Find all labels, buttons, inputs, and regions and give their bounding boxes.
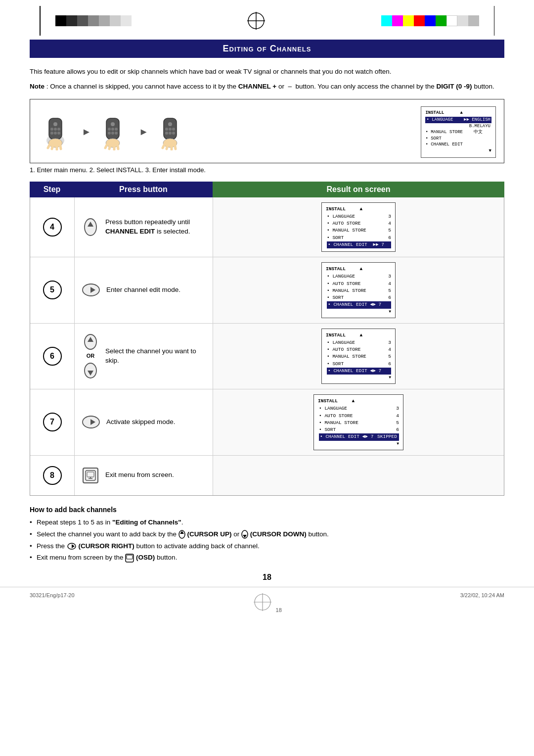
left-color-swatches [55, 15, 132, 26]
step-num-7: 7 [30, 389, 75, 455]
svg-point-37 [172, 132, 175, 135]
step-8-desc: Exit menu from screen. [105, 471, 174, 480]
remote-hand-2 [95, 113, 135, 150]
list-item: Press the (CURSOR RIGHT) button to activ… [30, 541, 504, 552]
result-menu-4: INSTALL ▲ • LANGUAGE 3 • AUTO STORE 4 • … [321, 202, 396, 252]
list-item: Repeat steps 1 to 5 as in "Editing of Ch… [30, 518, 504, 528]
svg-point-8 [57, 128, 60, 131]
cursor-down-btn-6 [82, 362, 99, 379]
svg-point-24 [115, 132, 118, 135]
svg-point-11 [57, 132, 60, 135]
page-number: 18 [30, 573, 504, 582]
svg-point-43 [85, 219, 96, 236]
svg-point-21 [115, 128, 118, 131]
step-num-8: 8 [30, 456, 75, 495]
step-result-8 [213, 456, 504, 495]
svg-line-27 [109, 143, 111, 149]
install-caption: 1. Enter main menu. 2. Select INSTALL. 3… [30, 166, 504, 174]
remote-hand-3 [153, 113, 192, 150]
svg-marker-58 [180, 531, 184, 534]
footer-right: 3/22/02, 10:24 AM [460, 592, 504, 613]
table-row: 6 OR [30, 324, 504, 390]
intro-paragraph: This feature allows you to edit or skip … [30, 67, 504, 77]
cursor-right-button [82, 283, 100, 297]
result-menu-5: INSTALL ▲ • LANGUAGE 3 • AUTO STORE 4 • … [321, 262, 396, 318]
or-label: OR [87, 352, 95, 360]
step-6-desc: Select the channel you want to skip. [105, 347, 206, 366]
svg-point-36 [169, 132, 172, 135]
table-row: 7 Activate skipped mode. INSTALL ▲ • LAN… [30, 389, 504, 456]
svg-point-10 [54, 132, 57, 135]
svg-point-31 [168, 122, 172, 126]
svg-point-22 [108, 132, 111, 135]
svg-line-39 [163, 143, 165, 148]
right-reg-line [494, 6, 495, 36]
step-result-5: INSTALL ▲ • LANGUAGE 3 • AUTO STORE 4 • … [213, 257, 504, 323]
svg-point-18 [111, 122, 115, 126]
svg-line-14 [52, 143, 53, 149]
svg-line-40 [167, 143, 168, 149]
result-menu-7: INSTALL ▲ • LANGUAGE 3 • AUTO STORE 4 • … [313, 394, 403, 450]
step-press-7: Activate skipped mode. [75, 389, 213, 455]
svg-marker-60 [243, 535, 247, 538]
svg-point-33 [169, 128, 172, 131]
step-num-5: 5 [30, 257, 75, 323]
osd-button [82, 468, 99, 483]
list-item: Exit menu from screen by the (OSD) butto… [30, 553, 504, 563]
step-press-6: OR Select the channel you want to skip. [75, 324, 213, 389]
col-result: Result on screen [213, 182, 504, 197]
svg-point-20 [111, 128, 114, 131]
step-num-6: 6 [30, 324, 75, 389]
cursor-up-btn-6 [82, 333, 99, 350]
step-arrow-2: ► [139, 126, 149, 138]
how-to-list: Repeat steps 1 to 5 as in "Editing of Ch… [30, 518, 504, 564]
right-color-swatches [381, 15, 479, 26]
step-num-4: 4 [30, 197, 75, 257]
step-press-4: Press button repeatedly until CHANNEL ED… [75, 197, 213, 257]
how-to-section: How to add back channels Repeat steps 1 … [30, 506, 504, 564]
step-arrow-1: ► [82, 126, 91, 138]
svg-line-16 [60, 143, 61, 149]
left-reg-line [40, 6, 41, 36]
svg-line-26 [105, 143, 108, 148]
install-menu-preview: INSTALL ▲ • LANGUAGE ►► ENGLISH B.MELAYU… [421, 106, 496, 158]
table-row: 5 Enter channel edit mode. INSTALL ▲ • L… [30, 257, 504, 324]
color-bars [0, 0, 534, 40]
step-result-4: INSTALL ▲ • LANGUAGE 3 • AUTO STORE 4 • … [213, 197, 504, 257]
footer-left: 30321/Eng/p17-20 [30, 592, 75, 613]
svg-point-23 [111, 132, 114, 135]
step-rows-container: 4 Press button repeatedly until CHANNEL … [30, 197, 504, 496]
table-header: Step Press button Result on screen [30, 182, 504, 197]
step-4-desc: Press button repeatedly until CHANNEL ED… [105, 218, 206, 236]
svg-line-29 [117, 143, 118, 149]
step-7-desc: Activate skipped mode. [106, 418, 176, 427]
step-5-desc: Enter channel edit mode. [106, 285, 180, 295]
step-result-7: INSTALL ▲ • LANGUAGE 3 • AUTO STORE 4 • … [213, 389, 504, 455]
svg-point-34 [172, 128, 175, 131]
svg-line-42 [175, 143, 176, 149]
footer: 30321/Eng/p17-20 18 3/22/02, 10:24 AM [0, 587, 534, 618]
step-press-5: Enter channel edit mode. [75, 257, 213, 323]
svg-point-9 [50, 132, 53, 135]
cursor-right-btn-7 [82, 415, 100, 429]
svg-rect-54 [87, 472, 94, 477]
page-title: Editing of Channels [30, 40, 504, 58]
svg-marker-62 [72, 544, 75, 548]
col-step: Step [30, 182, 74, 197]
svg-point-19 [108, 128, 111, 131]
step-press-8: Exit menu from screen. [75, 456, 213, 495]
table-row: 8 Exit menu from screen. [30, 456, 504, 495]
list-item: Select the channel you want to add back … [30, 529, 504, 540]
cursor-up-button [82, 218, 99, 236]
svg-point-7 [54, 128, 57, 131]
svg-point-6 [50, 128, 53, 131]
svg-point-5 [53, 122, 57, 126]
footer-center: 18 [253, 592, 281, 613]
step-result-6: INSTALL ▲ • LANGUAGE 3 • AUTO STORE 4 • … [213, 324, 504, 389]
table-row: 4 Press button repeatedly until CHANNEL … [30, 197, 504, 258]
remote-hand-1 [38, 113, 78, 150]
col-press: Press button [74, 182, 213, 197]
svg-point-35 [165, 132, 168, 135]
install-steps-visual: ► ► [38, 113, 421, 150]
install-illustration-box: ► ► [30, 99, 504, 163]
